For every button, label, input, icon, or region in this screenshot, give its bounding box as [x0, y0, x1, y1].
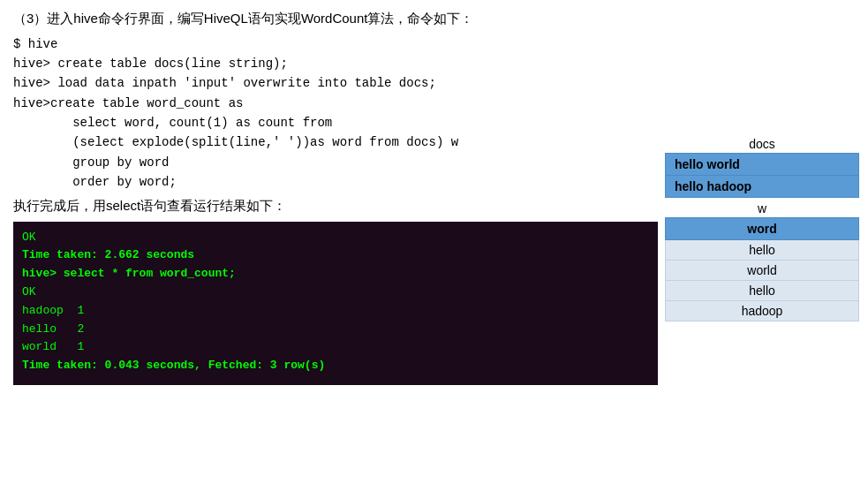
terminal-line: hello 2 — [22, 321, 649, 339]
terminal-line: hadoop 1 — [22, 302, 649, 321]
w-table-row: world — [666, 261, 859, 281]
docs-table: hello worldhello hadoop — [665, 153, 859, 198]
w-table-row: hello — [666, 240, 859, 261]
right-tables-container: docs hello worldhello hadoop w wordhello… — [665, 137, 859, 321]
terminal-line: Time taken: 2.662 seconds — [22, 246, 649, 265]
w-table-row: hadoop — [666, 301, 859, 321]
terminal-line: OK — [22, 229, 649, 247]
docs-table-label: docs — [665, 137, 859, 151]
code-line: hive>create table word_count as — [13, 94, 855, 113]
code-line: select word, count(1) as count from — [13, 113, 855, 132]
terminal-line: Time taken: 0.043 seconds, Fetched: 3 ro… — [22, 357, 649, 375]
w-table-header: word — [666, 218, 859, 240]
code-line: hive> load data inpath 'input' overwrite… — [13, 73, 855, 93]
code-line: $ hive — [13, 34, 855, 54]
terminal-block: OKTime taken: 2.662 secondshive> select … — [13, 222, 658, 385]
intro-text: （3）进入hive命令行界面，编写HiveQL语句实现WordCount算法，命… — [13, 9, 855, 29]
w-table: wordhelloworldhellohadoop — [665, 217, 859, 321]
docs-row: hello hadoop — [666, 176, 859, 198]
terminal-line: world 1 — [22, 338, 649, 357]
w-table-row: hello — [666, 281, 859, 301]
w-table-label: w — [665, 201, 859, 216]
terminal-line: hive> select * from word_count; — [22, 265, 649, 284]
docs-row: hello world — [666, 154, 859, 176]
code-line: hive> create table docs(line string); — [13, 54, 855, 73]
main-container: （3）进入hive命令行界面，编写HiveQL语句实现WordCount算法，命… — [0, 0, 868, 484]
terminal-line: OK — [22, 284, 649, 302]
